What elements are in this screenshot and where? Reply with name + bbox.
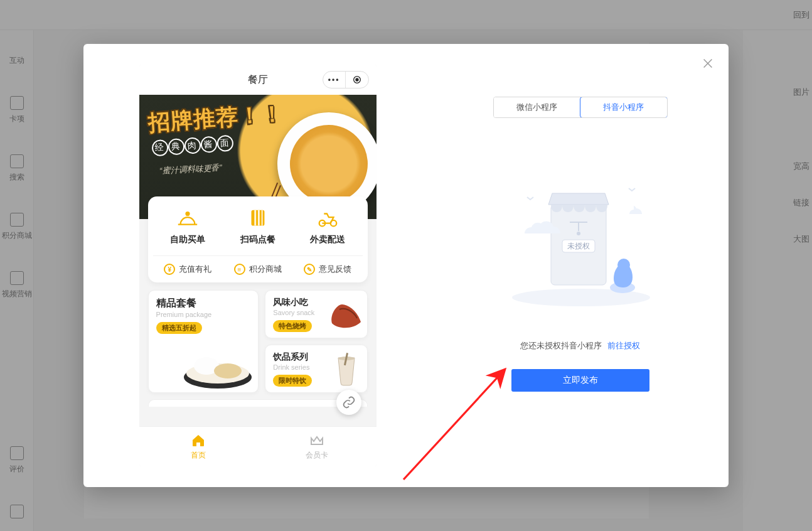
unauthorized-badge: 未授权 [567,242,590,250]
feature-selfpay[interactable]: 自助买单 [170,208,205,245]
tab-wechat[interactable]: 微信小程序 [494,97,580,117]
subfeature-feedback[interactable]: ✎ 意见反馈 [304,264,351,275]
svg-point-12 [214,363,242,378]
tab-douyin[interactable]: 抖音小程序 [580,97,668,118]
tab-home[interactable]: 首页 [139,427,258,466]
tab-wechat-label: 微信小程序 [516,102,557,113]
miniapp-capsule: ••• [323,71,369,88]
subfeature-label: 积分商城 [249,264,282,275]
promo-grid: 精品套餐 Premium package 精选五折起 风味小吃 [148,290,368,393]
promo-tag: 特色烧烤 [273,320,312,332]
svg-point-17 [577,232,580,235]
pencil-icon: ✎ [304,264,315,275]
subfeature-recharge[interactable]: ¥ 充值有礼 [164,264,211,275]
link-fab[interactable] [336,390,361,415]
close-icon[interactable] [701,56,715,70]
svg-point-1 [356,78,358,81]
feature-label: 外卖配送 [310,234,345,245]
publish-button-label: 立即发布 [563,375,598,385]
phone-preview: 餐厅 ••• 招牌推荐！！ 经典肉酱面 [139,65,377,466]
combo-photo [180,342,255,391]
banner-badge: 经典肉酱面 [151,134,233,156]
promo-card-snack[interactable]: 风味小吃 Savory snack 特色烧烤 [265,290,367,338]
subfeature-mall[interactable]: ≡ 积分商城 [234,264,282,275]
publish-modal: 餐厅 ••• 招牌推荐！！ 经典肉酱面 [83,44,729,487]
feature-scanorder[interactable]: 扫码点餐 [240,208,275,245]
publish-button[interactable]: 立即发布 [511,369,649,392]
promo-subtitle: Premium package [156,311,251,318]
unauthorized-illustration: 未授权 [502,159,659,310]
svg-rect-5 [258,210,260,226]
svg-point-20 [617,259,630,271]
phone-title: 餐厅 [248,73,268,87]
svg-rect-4 [254,210,256,226]
tab-member[interactable]: 会员卡 [258,427,377,466]
tab-label: 首页 [191,450,206,461]
phone-titlebar: 餐厅 ••• [139,65,377,95]
yen-icon: ¥ [164,264,175,275]
feature-card: 自助买单 扫码点餐 [148,196,368,282]
feature-label: 扫码点餐 [240,234,275,245]
promo-card-combo[interactable]: 精品套餐 Premium package 精选五折起 [148,290,259,393]
svg-rect-6 [261,210,262,226]
promo-tag: 精选五折起 [156,322,202,334]
subfeature-label: 意见反馈 [319,264,351,275]
publish-pane: 微信小程序 抖音小程序 [432,44,729,487]
unauthorized-hint: 您还未授权抖音小程序 前往授权 [520,340,641,351]
promo-tag: 限时特饮 [273,375,312,387]
svg-point-2 [186,212,190,215]
capsule-target-icon[interactable] [346,72,368,88]
subfeature-label: 充值有礼 [179,264,211,275]
banner-headline: 招牌推荐！！ [147,99,284,138]
modal-overlay[interactable]: 餐厅 ••• 招牌推荐！！ 经典肉酱面 [0,0,812,531]
tab-douyin-label: 抖音小程序 [603,102,644,113]
drink-photo [328,351,365,388]
next-section-peek [148,399,368,407]
capsule-more-icon[interactable]: ••• [323,72,346,88]
qr-icon [246,208,270,229]
preview-pane: 餐厅 ••• 招牌推荐！！ 经典肉酱面 [83,44,432,487]
feature-label: 自助买单 [170,234,205,245]
promo-title: 精品套餐 [156,297,251,310]
banner-sub: “蜜汁调料味更香” [159,162,222,176]
tab-label: 会员卡 [306,450,328,461]
phone-tabbar: 首页 会员卡 [139,426,377,466]
platform-tabs: 微信小程序 抖音小程序 [493,97,668,118]
stack-icon: ≡ [234,264,245,275]
feature-delivery[interactable]: 外卖配送 [310,208,345,245]
authorize-link[interactable]: 前往授权 [607,341,640,350]
snack-photo [328,297,365,333]
promo-card-drink[interactable]: 饮品系列 Drink series 限时特饮 [265,345,367,393]
scooter-icon [316,208,339,229]
hint-text: 您还未授权抖音小程序 [520,341,602,350]
dish-cover-icon [176,208,200,229]
